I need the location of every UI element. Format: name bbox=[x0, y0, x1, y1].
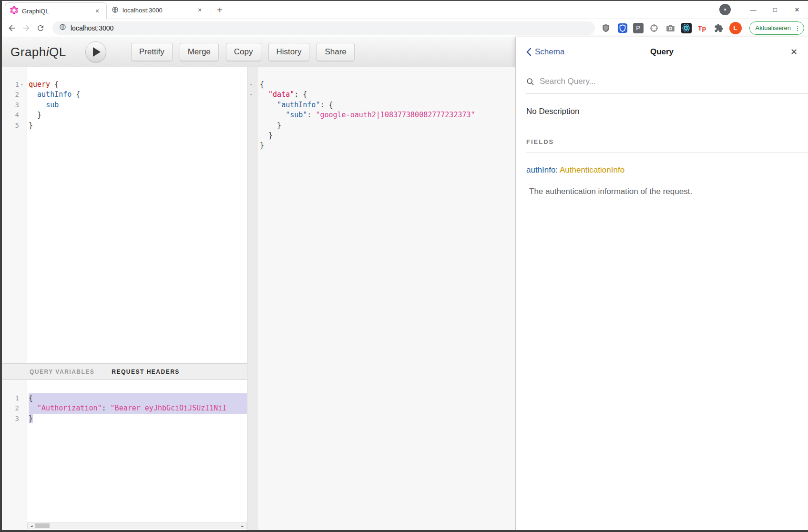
code-line[interactable]: "sub": "google-oauth2|108377380082777232… bbox=[247, 110, 515, 120]
search-icon bbox=[526, 78, 534, 86]
graphiql-logo: GraphiQL bbox=[10, 45, 66, 60]
secondary-editor-tabs: QUERY VARIABLES REQUEST HEADERS bbox=[0, 363, 247, 380]
doc-explorer-header: Schema Query ✕ bbox=[516, 37, 808, 67]
code-line[interactable]: 5} bbox=[0, 121, 247, 131]
window-left-border bbox=[0, 0, 2, 532]
graphiql-topbar: GraphiQL Prettify Merge Copy History Sha… bbox=[0, 37, 515, 67]
p-extension-icon[interactable]: P bbox=[633, 23, 644, 33]
share-button[interactable]: Share bbox=[317, 43, 354, 61]
browser-toolbar: localhost:3000 P Tp L bbox=[0, 19, 808, 37]
window-bottom-border bbox=[0, 530, 808, 532]
doc-explorer: Schema Query ✕ No Description FIELDS aut… bbox=[515, 37, 808, 532]
code-line[interactable]: "authInfo": { bbox=[247, 100, 515, 110]
merge-button[interactable]: Merge bbox=[180, 43, 219, 61]
line-number: 2 bbox=[0, 403, 19, 413]
extensions-area: P Tp L bbox=[600, 22, 742, 34]
field-description: The authentication information of the re… bbox=[529, 187, 808, 196]
line-number: 4 bbox=[0, 110, 19, 120]
tab-separator bbox=[211, 5, 211, 15]
scrollbar-thumb[interactable] bbox=[35, 523, 50, 528]
horizontal-scrollbar[interactable]: ◄ ► bbox=[27, 522, 247, 529]
history-button[interactable]: History bbox=[268, 43, 310, 61]
code-line[interactable]: ▾{ bbox=[247, 80, 515, 90]
scroll-right-icon[interactable]: ► bbox=[240, 523, 245, 529]
reload-button[interactable] bbox=[33, 21, 48, 35]
code-line[interactable]: 3 sub bbox=[0, 100, 247, 110]
code-line[interactable]: } bbox=[247, 131, 515, 141]
query-editor[interactable]: 1▾query {2 authInfo {3 sub4 }5} bbox=[0, 67, 247, 363]
tab-title: GraphiQL bbox=[22, 8, 89, 15]
globe-icon bbox=[59, 23, 66, 32]
graphiql-app: GraphiQL Prettify Merge Copy History Sha… bbox=[0, 37, 808, 532]
address-bar[interactable]: localhost:3000 bbox=[52, 21, 595, 35]
doc-close-icon[interactable]: ✕ bbox=[790, 47, 798, 57]
doc-back-link[interactable]: Schema bbox=[526, 47, 564, 57]
doc-field-row: authInfo: AuthenticationInfo bbox=[526, 165, 808, 175]
line-number: 5 bbox=[0, 121, 19, 131]
doc-back-label: Schema bbox=[535, 47, 564, 57]
profile-avatar[interactable]: L bbox=[729, 22, 742, 34]
fold-arrow-icon[interactable]: ▾ bbox=[20, 80, 23, 90]
forward-button[interactable] bbox=[19, 21, 33, 35]
prettify-button[interactable]: Prettify bbox=[131, 43, 173, 61]
code-line[interactable]: 1▾query { bbox=[0, 80, 247, 90]
tab-strip: GraphiQL ✕ localhost:3000 ✕ + ▼ — □ ✕ bbox=[0, 0, 808, 19]
copy-button[interactable]: Copy bbox=[226, 43, 261, 61]
line-number: 3 bbox=[0, 414, 19, 424]
back-button[interactable] bbox=[5, 21, 19, 35]
doc-search-row bbox=[526, 67, 808, 94]
left-pane: 1▾query {2 authInfo {3 sub4 }5} QUERY VA… bbox=[0, 67, 247, 532]
field-name-link[interactable]: authInfo bbox=[526, 165, 555, 174]
fold-arrow-icon[interactable]: ▾ bbox=[250, 90, 252, 100]
code-line[interactable]: 1{ bbox=[0, 393, 247, 403]
close-window-button[interactable]: ✕ bbox=[786, 0, 808, 19]
crosshair-extension-icon[interactable] bbox=[648, 22, 660, 34]
code-line[interactable]: } bbox=[247, 121, 515, 131]
browser-tab-graphiql[interactable]: GraphiQL ✕ bbox=[5, 2, 107, 19]
doc-search-input[interactable] bbox=[540, 77, 808, 86]
code-line[interactable]: 2 authInfo { bbox=[0, 90, 247, 100]
close-tab-icon[interactable]: ✕ bbox=[195, 6, 204, 15]
code-line[interactable]: ▾ "data": { bbox=[247, 90, 515, 100]
tp-extension-icon[interactable]: Tp bbox=[696, 22, 708, 34]
field-separator: : bbox=[555, 165, 558, 174]
graphql-logo-icon bbox=[10, 6, 18, 16]
url-text: localhost:3000 bbox=[71, 24, 113, 32]
code-line[interactable]: 2 "Authorization": "Bearer eyJhbGciOiJSU… bbox=[0, 403, 247, 413]
browser-chrome: GraphiQL ✕ localhost:3000 ✕ + ▼ — □ ✕ bbox=[0, 0, 808, 37]
tab-request-headers[interactable]: REQUEST HEADERS bbox=[112, 368, 180, 375]
code-line[interactable]: } bbox=[247, 141, 515, 151]
camera-extension-icon[interactable] bbox=[665, 22, 677, 34]
workspace: 1▾query {2 authInfo {3 sub4 }5} QUERY VA… bbox=[0, 67, 515, 532]
ublock-extension-icon[interactable] bbox=[600, 22, 612, 34]
execute-query-button[interactable] bbox=[85, 41, 106, 62]
tab-search-chevron-icon[interactable]: ▼ bbox=[719, 4, 731, 15]
maximize-button[interactable]: □ bbox=[764, 0, 786, 19]
line-number: 2 bbox=[0, 90, 19, 100]
window-top-border bbox=[0, 0, 808, 1]
line-number: 3 bbox=[0, 100, 19, 110]
bitwarden-extension-icon[interactable] bbox=[616, 22, 629, 34]
scroll-left-icon[interactable]: ◄ bbox=[29, 523, 34, 529]
graphiql-toolbar-buttons: Prettify Merge Copy History Share bbox=[131, 43, 355, 61]
new-tab-button[interactable]: + bbox=[213, 3, 226, 17]
minimize-button[interactable]: — bbox=[742, 0, 764, 19]
puzzle-extensions-icon[interactable] bbox=[713, 22, 725, 34]
fold-arrow-icon[interactable]: ▾ bbox=[250, 80, 252, 90]
request-headers-editor[interactable]: ◄ ► 1{2 "Authorization": "Bearer eyJhbGc… bbox=[0, 380, 247, 532]
code-line[interactable]: 3} bbox=[0, 414, 247, 424]
close-tab-icon[interactable]: ✕ bbox=[93, 7, 102, 15]
update-chrome-button[interactable]: Aktualisieren ⋮ bbox=[749, 21, 804, 35]
code-line[interactable]: 4 } bbox=[0, 110, 247, 120]
doc-fields-heading: FIELDS bbox=[526, 138, 808, 153]
chrome-menu-kebab-icon[interactable]: ⋮ bbox=[794, 24, 801, 32]
play-icon bbox=[93, 47, 101, 57]
field-type-link[interactable]: AuthenticationInfo bbox=[560, 165, 624, 174]
doc-no-description: No Description bbox=[526, 107, 808, 116]
react-devtools-icon[interactable] bbox=[681, 23, 692, 33]
browser-tab-localhost[interactable]: localhost:3000 ✕ bbox=[107, 2, 209, 19]
line-number: 1 bbox=[0, 80, 19, 90]
tab-query-variables[interactable]: QUERY VARIABLES bbox=[30, 368, 94, 375]
graphiql-main: GraphiQL Prettify Merge Copy History Sha… bbox=[0, 37, 515, 532]
response-pane: ▾{▾ "data": { "authInfo": { "sub": "goog… bbox=[247, 67, 515, 532]
